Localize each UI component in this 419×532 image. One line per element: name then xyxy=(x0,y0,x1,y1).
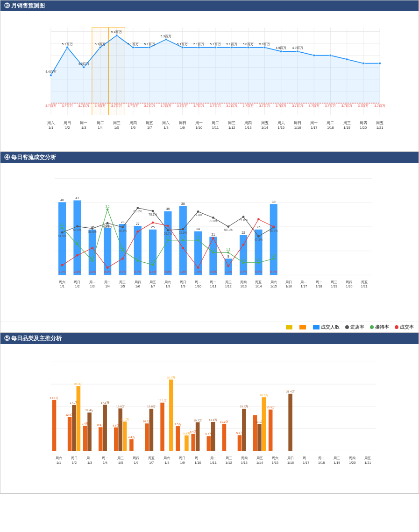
svg-text:3.7百万: 3.7百万 xyxy=(177,104,188,107)
svg-text:1/2: 1/2 xyxy=(65,126,70,130)
svg-point-248 xyxy=(167,225,169,227)
svg-point-46 xyxy=(99,46,101,49)
svg-text:5.1百万: 5.1百万 xyxy=(95,42,106,46)
svg-point-250 xyxy=(197,266,199,269)
svg-text:1/21: 1/21 xyxy=(364,461,371,465)
svg-rect-317 xyxy=(103,405,107,451)
svg-text:3.7百万: 3.7百万 xyxy=(111,104,122,107)
svg-text:周日: 周日 xyxy=(294,121,301,125)
svg-rect-160 xyxy=(240,235,247,275)
svg-text:周二: 周二 xyxy=(327,121,334,125)
svg-text:15.5万: 15.5万 xyxy=(266,406,275,409)
svg-text:周六: 周六 xyxy=(56,456,62,460)
svg-text:1.2%: 1.2% xyxy=(59,270,66,273)
svg-rect-327 xyxy=(145,423,149,451)
svg-text:1.1: 1.1 xyxy=(226,248,230,251)
svg-text:1/3: 1/3 xyxy=(90,285,95,288)
legend-yellow-color xyxy=(286,325,292,329)
svg-text:周三: 周三 xyxy=(117,456,124,460)
chart3-container: ③ 月销售预测图 4.4百万3.7百万周六1/15.1百万3.7百万周日1/24… xyxy=(0,0,419,152)
svg-point-249 xyxy=(182,247,184,249)
svg-text:周三: 周三 xyxy=(225,280,232,284)
svg-rect-356 xyxy=(262,397,266,451)
svg-text:5.9万: 5.9万 xyxy=(236,431,243,434)
svg-text:周四: 周四 xyxy=(240,280,247,284)
svg-point-245 xyxy=(121,258,124,260)
svg-text:0.8: 0.8 xyxy=(271,254,276,257)
chart4-svg: 4041252628272535382421922253951.9%59.4%5… xyxy=(3,168,416,294)
svg-text:周二: 周二 xyxy=(102,456,108,460)
svg-point-242 xyxy=(76,254,78,257)
svg-rect-351 xyxy=(242,409,246,451)
svg-text:周一: 周一 xyxy=(300,280,307,284)
svg-point-254 xyxy=(257,218,260,221)
svg-rect-164 xyxy=(270,204,277,275)
chart3-body: 4.4百万3.7百万周六1/15.1百万3.7百万周日1/24.6百万3.7百万… xyxy=(0,11,419,151)
svg-text:1/5: 1/5 xyxy=(118,461,123,465)
legend-blue: 成交人数 xyxy=(313,324,340,330)
svg-text:1/8: 1/8 xyxy=(164,461,169,465)
svg-text:0.6: 0.6 xyxy=(241,258,246,261)
svg-point-225 xyxy=(272,258,275,260)
svg-text:1/17: 1/17 xyxy=(303,461,309,465)
svg-text:19.1万: 19.1万 xyxy=(50,396,58,399)
svg-text:3.7百万: 3.7百万 xyxy=(243,104,254,107)
svg-text:1/4: 1/4 xyxy=(105,285,110,288)
svg-text:周二: 周二 xyxy=(104,280,111,284)
svg-text:1/19: 1/19 xyxy=(343,126,350,130)
svg-text:周一: 周一 xyxy=(195,280,201,284)
svg-text:1/9: 1/9 xyxy=(181,285,185,288)
svg-text:3.7百万: 3.7百万 xyxy=(62,104,72,107)
svg-point-243 xyxy=(91,247,93,249)
svg-text:5.1百万: 5.1百万 xyxy=(193,42,204,46)
svg-text:15.8万: 15.8万 xyxy=(147,405,156,408)
svg-point-220 xyxy=(197,239,199,241)
svg-text:周五: 周五 xyxy=(364,456,371,460)
legend-reception-dot xyxy=(370,325,374,329)
svg-text:1/12: 1/12 xyxy=(226,461,232,465)
svg-rect-307 xyxy=(72,405,76,451)
chart5-svg: 19.1万12.8万17.2万24.3万9.4万14.4万8.9万17.3万8.… xyxy=(3,349,416,470)
svg-rect-309 xyxy=(77,386,81,451)
svg-point-76 xyxy=(198,46,200,49)
svg-text:1/3: 1/3 xyxy=(81,126,86,130)
svg-text:59.1%: 59.1% xyxy=(224,228,233,231)
svg-text:1/14: 1/14 xyxy=(261,126,268,130)
svg-text:周四: 周四 xyxy=(133,456,139,460)
svg-text:1/9: 1/9 xyxy=(180,461,185,465)
svg-text:周三: 周三 xyxy=(331,280,337,284)
svg-point-119 xyxy=(346,58,348,61)
svg-point-221 xyxy=(212,252,214,254)
svg-point-190 xyxy=(197,210,199,213)
svg-text:10.9万: 10.9万 xyxy=(209,418,217,421)
svg-text:1/6: 1/6 xyxy=(134,461,138,465)
svg-point-96 xyxy=(263,46,266,49)
svg-text:1/11: 1/11 xyxy=(210,285,217,288)
svg-point-194 xyxy=(257,235,260,238)
svg-text:1/19: 1/19 xyxy=(331,285,337,288)
svg-point-51 xyxy=(115,35,118,37)
svg-text:1/15: 1/15 xyxy=(270,285,277,288)
svg-text:周一: 周一 xyxy=(80,121,87,125)
svg-text:1.1: 1.1 xyxy=(211,248,215,251)
svg-text:58.2%: 58.2% xyxy=(270,229,278,232)
svg-text:21.4万: 21.4万 xyxy=(286,390,295,393)
svg-point-253 xyxy=(242,244,245,246)
svg-text:1/20: 1/20 xyxy=(346,285,352,288)
svg-point-212 xyxy=(76,243,78,245)
svg-rect-347 xyxy=(222,424,227,451)
svg-rect-303 xyxy=(52,400,57,451)
svg-text:40: 40 xyxy=(60,198,64,202)
svg-text:3.7%: 3.7% xyxy=(240,270,247,273)
svg-text:周五: 周五 xyxy=(149,280,156,284)
svg-text:1/2: 1/2 xyxy=(75,285,80,288)
svg-point-182 xyxy=(76,225,78,228)
svg-point-185 xyxy=(121,226,124,229)
svg-text:1.7: 1.7 xyxy=(196,236,200,239)
svg-text:2.0%: 2.0% xyxy=(119,270,126,273)
svg-text:1/12: 1/12 xyxy=(225,285,232,288)
svg-text:3.7百万: 3.7百万 xyxy=(227,104,237,107)
legend-blue-color xyxy=(313,325,320,329)
chart4-body: 4041252628272535382421922253951.9%59.4%5… xyxy=(0,163,419,322)
svg-text:38: 38 xyxy=(181,202,185,206)
